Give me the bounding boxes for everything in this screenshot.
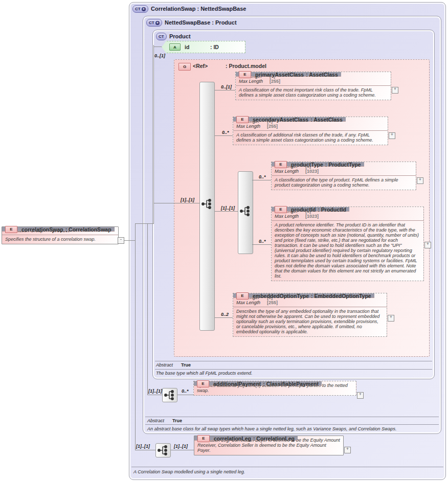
attribute-badge: A <box>169 43 181 51</box>
expand-button[interactable]: + <box>388 315 394 322</box>
max-length-label: Max Length <box>236 124 267 129</box>
element-header: E primaryAssetClass : AssetClass <box>236 72 341 77</box>
divider <box>155 361 432 361</box>
element-badge: E <box>239 71 251 78</box>
connector-line <box>215 90 235 90</box>
attribute-id-box[interactable]: A id : ID <box>162 41 245 53</box>
divider <box>145 424 439 425</box>
expand-button[interactable]: + <box>357 392 364 399</box>
element-header: E secondaryAssetClass : AssetClass <box>233 117 346 122</box>
cardinality-label: [1]..[1] <box>174 444 188 449</box>
element-name: embeddedOptionType <box>253 293 309 299</box>
connector-line <box>215 211 238 212</box>
element-type: : AssetClass <box>306 72 338 78</box>
expand-button[interactable]: + <box>424 242 431 248</box>
connector-line <box>153 45 154 223</box>
element-header: E productId : ProductId <box>272 207 349 212</box>
element-badge: E <box>275 161 287 168</box>
connector-line <box>153 203 199 203</box>
max-length-value: [1023] <box>305 169 319 174</box>
element-description: Describes the type of any embedded optio… <box>233 307 387 336</box>
element-description: A classification of the type of product.… <box>272 176 416 190</box>
divider <box>131 467 443 467</box>
cardinality-label: 0..* <box>259 239 266 244</box>
element-correlationswap-box[interactable]: E correlationSwap : CorrelationSwap Subs… <box>2 226 119 244</box>
sequence-icon <box>162 388 177 402</box>
cardinality-label: 0..* <box>182 388 189 394</box>
element-description: A product reference identifier. The prod… <box>272 221 423 281</box>
divider <box>155 369 432 370</box>
max-length-label: Max Length <box>236 300 267 305</box>
element-header: E productType : ProductType <box>272 162 364 167</box>
ref-group-type: : Product.model <box>226 63 266 69</box>
element-name: correlationSwap <box>21 226 63 233</box>
nettedswapbase-description: An abstract base class for all swap type… <box>147 426 396 431</box>
element-name: additionalPayment <box>213 381 261 387</box>
element-correlationleg-box[interactable]: E correlationLeg : CorrelationLeg Correl… <box>194 436 344 455</box>
max-length-label: Max Length <box>239 79 270 84</box>
ct-plus-badge: CT+ <box>132 5 148 13</box>
element-primaryassetclass-box[interactable]: E primaryAssetClass : AssetClass Min Len… <box>235 72 391 100</box>
element-type: : ProductType <box>325 162 361 168</box>
element-name: productId <box>291 207 316 213</box>
cardinality-label: [1]..[1] <box>136 444 150 449</box>
connector-line <box>176 395 193 395</box>
element-name: secondaryAssetClass <box>253 117 308 123</box>
connector-line <box>124 240 135 241</box>
connector-line <box>252 244 271 245</box>
expand-button[interactable]: + <box>417 177 423 184</box>
element-producttype-box[interactable]: E productType : ProductType Min Length[1… <box>271 162 416 190</box>
attribute-type: : ID <box>210 44 219 50</box>
element-type: : AssetClass <box>310 117 343 123</box>
product-description: The base type which all FpML products ex… <box>156 371 252 376</box>
sequence-icon <box>155 443 171 457</box>
schema-diagram: CT+ CorrelationSwap : NettedSwapBase A C… <box>0 0 448 481</box>
abstract-label: Abstract <box>156 362 173 368</box>
element-secondaryassetclass-box[interactable]: E secondaryAssetClass : AssetClass Min L… <box>233 117 388 145</box>
correlationswap-description: A Correlation Swap modelled using a sing… <box>133 469 245 474</box>
element-productid-box[interactable]: E productId : ProductId Min Length[1] Ma… <box>271 207 424 281</box>
element-badge: E <box>236 292 249 300</box>
expand-button[interactable]: + <box>389 132 395 139</box>
cardinality-label: [1]..[1] <box>221 205 235 211</box>
element-type: : ClassifiablePayment <box>263 381 319 387</box>
element-name: productType <box>291 162 323 168</box>
plus-circle-icon: + <box>155 21 160 25</box>
cardinality-label: 0..[1] <box>154 53 165 58</box>
element-additionalpayment-box[interactable]: E additionalPayment : ClassifiablePaymen… <box>193 381 356 396</box>
element-description: Specifies the structure of a correlation… <box>2 235 118 244</box>
element-type: : EmbeddedOptionType <box>311 293 371 299</box>
abstract-value: True <box>181 362 191 368</box>
collapse-button[interactable]: - <box>118 237 124 244</box>
connector-line <box>135 223 154 224</box>
element-header: E additionalPayment : ClassifiablePaymen… <box>194 381 322 386</box>
abstract-value: True <box>172 418 182 423</box>
ct-badge: CT <box>156 33 167 40</box>
group-badge: G <box>178 63 191 71</box>
element-name: correlationLeg <box>214 436 251 442</box>
connector-line <box>252 180 271 180</box>
expand-button[interactable]: + <box>344 447 351 453</box>
cardinality-label: 0..[1] <box>221 84 232 89</box>
ct-badge-label: CT <box>159 34 164 39</box>
correlationswap-title: CorrelationSwap : NettedSwapBase <box>151 6 246 12</box>
max-length-value: [255] <box>267 124 278 129</box>
connector-line <box>135 223 136 450</box>
element-embeddedoptiontype-box[interactable]: E embeddedOptionType : EmbeddedOptionTyp… <box>233 293 387 337</box>
cardinality-label: 0..2 <box>221 312 229 317</box>
cardinality-label: 0..* <box>259 174 266 179</box>
max-length-value: [1023] <box>305 214 319 219</box>
ct-badge-label: CT <box>135 7 141 11</box>
element-name: primaryAssetClass <box>255 72 304 78</box>
element-type: : ProductId <box>318 207 346 213</box>
sequence-icon <box>238 204 253 218</box>
abstract-row: AbstractTrue <box>156 362 191 368</box>
divider <box>145 417 439 417</box>
element-description: A classification of the most important r… <box>236 86 391 100</box>
element-badge: E <box>275 206 287 213</box>
connector-line <box>153 47 162 47</box>
element-header: E embeddedOptionType : EmbeddedOptionTyp… <box>233 293 374 298</box>
sequence-icon <box>200 197 214 211</box>
expand-button[interactable]: + <box>392 87 398 94</box>
abstract-label: Abstract <box>147 418 164 423</box>
